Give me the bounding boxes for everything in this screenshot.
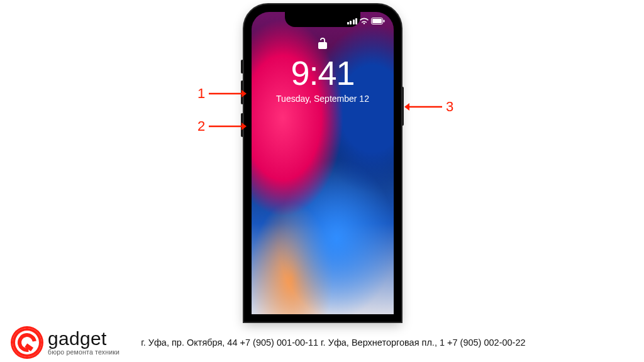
brand-logo-icon [13, 328, 42, 357]
cellular-signal-icon [347, 18, 358, 25]
footer: gadget бюро ремонта техники г. Уфа, пр. … [0, 322, 644, 362]
phone-side-button [401, 87, 404, 126]
phone-mute-switch [241, 60, 243, 74]
brand-name: gadget [48, 329, 119, 349]
footer-address: г. Уфа, пр. Октября, 44 +7 (905) 001-00-… [141, 337, 525, 348]
iphone-device: 9:41 Tuesday, September 12 [244, 4, 401, 322]
arrow-right-icon [209, 89, 247, 98]
status-bar [347, 18, 386, 25]
wifi-icon [360, 18, 369, 25]
svg-rect-1 [372, 19, 382, 23]
callout-1-label: 1 [194, 85, 209, 102]
lock-screen: 9:41 Tuesday, September 12 [252, 12, 394, 314]
lock-screen-date: Tuesday, September 12 [252, 94, 394, 104]
brand-tagline: бюро ремонта техники [48, 349, 119, 356]
callout-1: 1 [194, 85, 247, 102]
lock-screen-time: 9:41 [252, 56, 394, 90]
arrow-left-icon [404, 102, 442, 111]
stage: 9:41 Tuesday, September 12 1 2 3 gadget … [0, 0, 644, 362]
callout-2: 2 [194, 118, 247, 134]
arrow-right-icon [209, 122, 247, 131]
callout-3-label: 3 [442, 99, 457, 115]
unlock-icon [318, 37, 328, 52]
lock-screen-center: 9:41 Tuesday, September 12 [252, 37, 394, 104]
callout-2-label: 2 [194, 118, 209, 134]
battery-icon [371, 18, 385, 25]
svg-rect-2 [384, 20, 385, 23]
callout-3: 3 [404, 99, 457, 115]
brand-logo: gadget бюро ремонта техники [13, 328, 119, 357]
